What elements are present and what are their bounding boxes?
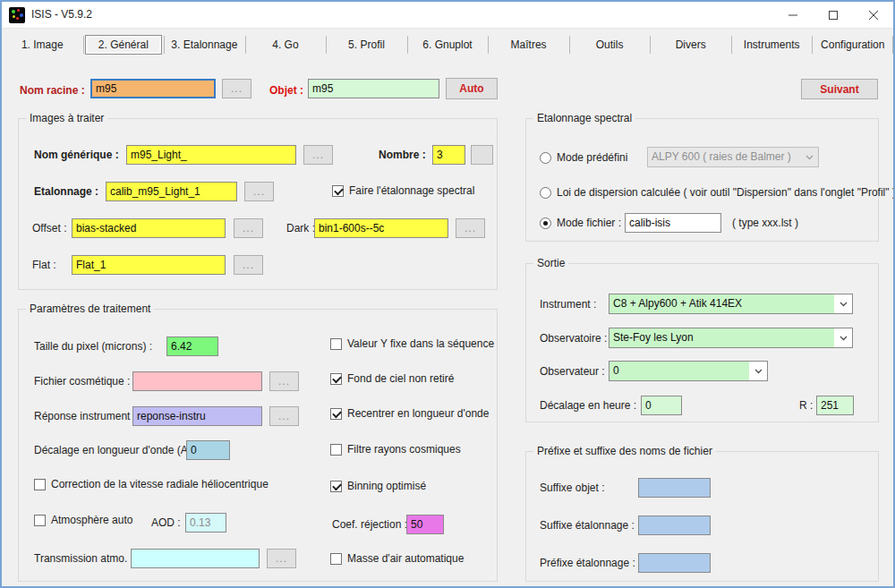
tab-etalonnage[interactable]: 3. Etalonnage [164, 30, 245, 60]
nombre-spin-button[interactable] [471, 145, 493, 165]
group-title: Paramètres de traitement [26, 303, 154, 315]
radio-circle [540, 217, 551, 229]
tab-maitres[interactable]: Maîtres [488, 30, 569, 60]
tab-go[interactable]: 4. Go [245, 30, 327, 60]
coef-rejection-input[interactable] [406, 515, 444, 534]
r-label: R : [799, 399, 813, 412]
checkbox-box [332, 185, 344, 197]
tab-image[interactable]: 1. Image [2, 30, 83, 60]
filtre-cosmiques-checkbox[interactable]: Filtre rayons cosmiques [330, 443, 461, 456]
suivant-button[interactable]: Suivant [801, 79, 878, 99]
group-title: Etalonnage spectral [533, 112, 635, 124]
masse-air-checkbox[interactable]: Masse d'air automatique [330, 552, 464, 565]
suffixe-etalonnage-input[interactable] [638, 516, 711, 535]
mode-fichier-input[interactable] [625, 213, 721, 233]
group-images-a-traiter: Images à traiter Nom générique : ... Nom… [18, 118, 498, 290]
chevron-down-icon [800, 148, 818, 166]
r-input[interactable] [816, 396, 854, 415]
objet-input[interactable] [308, 79, 439, 98]
tab-profil[interactable]: 5. Profil [326, 30, 407, 60]
group-prefixe-suffixe: Préfixe et suffixe des noms de fichier S… [525, 451, 879, 582]
suffixe-objet-input[interactable] [638, 478, 711, 498]
auto-button[interactable]: Auto [446, 78, 498, 99]
suffixe-etalonnage-label: Suffixe étalonnage : [540, 519, 635, 532]
observateur-dropdown[interactable]: 0 [609, 361, 768, 381]
nombre-input[interactable] [432, 145, 465, 165]
maximize-icon[interactable] [813, 2, 853, 29]
tab-configuration[interactable]: Configuration [812, 30, 893, 60]
checkbox-box [330, 373, 342, 385]
etalonnage-input[interactable] [106, 182, 237, 201]
atmosphere-auto-checkbox[interactable]: Atmosphère auto [34, 514, 132, 526]
mode-fichier-radio[interactable]: Mode fichier : [540, 217, 621, 229]
offset-input[interactable] [72, 218, 226, 238]
nom-racine-browse-button[interactable]: ... [222, 79, 251, 98]
mode-predefini-dropdown[interactable]: ALPY 600 ( raies de Balmer ) [647, 147, 819, 167]
instrument-dropdown[interactable]: C8 + Alpy600 + Atik 414EX [609, 294, 853, 314]
checkbox-box [330, 408, 342, 420]
coef-rejection-label: Coef. réjection : [332, 518, 407, 531]
aod-label: AOD : [151, 516, 181, 529]
group-title: Images à traiter [26, 112, 107, 124]
checkbox-box [34, 479, 46, 490]
minimize-icon[interactable] [772, 2, 813, 29]
nom-generique-browse-button[interactable]: ... [303, 145, 333, 165]
fond-ciel-checkbox[interactable]: Fond de ciel non retiré [330, 372, 454, 385]
recentrer-checkbox[interactable]: Recentrer en longueur d'onde [330, 407, 489, 420]
app-icon [9, 7, 25, 23]
nombre-label: Nombre : [379, 149, 426, 161]
objet-label: Objet : [269, 84, 303, 97]
transmission-label: Transmission atmo. : [34, 552, 133, 565]
group-title: Sortie [533, 257, 568, 269]
tab-gnuplot[interactable]: 6. Gnuplot [407, 30, 489, 60]
reponse-instrument-browse-button[interactable]: ... [269, 406, 299, 426]
chevron-down-icon [834, 328, 852, 347]
mode-predefini-radio[interactable]: Mode prédéfini [540, 151, 627, 164]
decalage-onde-input[interactable] [186, 440, 230, 460]
flat-label: Flat : [32, 259, 56, 271]
reponse-instrument-input[interactable] [132, 406, 262, 426]
etalonnage-browse-button[interactable]: ... [244, 182, 274, 201]
nom-generique-label: Nom générique : [34, 149, 119, 161]
offset-browse-button[interactable]: ... [234, 218, 263, 238]
taille-pixel-input[interactable] [166, 337, 218, 356]
checkbox-box [330, 481, 342, 492]
correction-vitesse-checkbox[interactable]: Correction de la vitesse radiale hélioce… [34, 478, 268, 490]
checkbox-box [330, 553, 342, 565]
decalage-heure-input[interactable] [641, 396, 682, 415]
binning-checkbox[interactable]: Binning optimisé [330, 480, 426, 492]
nom-generique-input[interactable] [126, 145, 296, 165]
tab-general[interactable]: 2. Général [83, 30, 165, 60]
flat-input[interactable] [72, 255, 226, 275]
group-parametres-traitement: Paramètres de traitement Taille du pixel… [18, 309, 498, 582]
tab-instruments[interactable]: Instruments [731, 30, 813, 60]
aod-input[interactable] [185, 513, 226, 533]
etalonnage-label: Etalonnage : [34, 185, 98, 198]
prefixe-etalonnage-input[interactable] [638, 553, 711, 573]
flat-browse-button[interactable]: ... [234, 255, 263, 275]
radio-circle [540, 187, 551, 199]
faire-etalonnage-checkbox[interactable]: Faire l'étalonnage spectral [332, 184, 474, 197]
nom-racine-input[interactable] [90, 79, 216, 98]
nom-racine-label: Nom racine : [20, 84, 85, 97]
instrument-label: Instrument : [540, 298, 596, 311]
observateur-label: Observateur : [540, 365, 605, 378]
transmission-browse-button[interactable]: ... [267, 549, 296, 568]
fichier-cosmetique-input[interactable] [132, 371, 262, 391]
taille-pixel-label: Taille du pixel (microns) : [34, 340, 152, 353]
window-title: ISIS - V5.9.2 [31, 8, 92, 21]
observatoire-dropdown[interactable]: Ste-Foy les Lyon [609, 328, 853, 348]
checkbox-box [330, 338, 342, 350]
loi-dispersion-radio[interactable]: Loi de dispersion calculée ( voir outil … [540, 186, 895, 199]
transmission-input[interactable] [131, 549, 260, 568]
dark-browse-button[interactable]: ... [456, 218, 485, 238]
tab-divers[interactable]: Divers [650, 30, 731, 60]
observatoire-label: Observatoire : [540, 332, 607, 345]
isis-window: ISIS - V5.9.2 1. Image 2. Général 3. Eta… [0, 0, 895, 588]
valeur-y-checkbox[interactable]: Valeur Y fixe dans la séquence [330, 337, 494, 350]
close-icon[interactable] [853, 2, 893, 29]
fichier-cosmetique-browse-button[interactable]: ... [269, 371, 299, 391]
offset-label: Offset : [32, 222, 66, 234]
dark-input[interactable] [314, 218, 448, 238]
tab-outils[interactable]: Outils [569, 30, 651, 60]
